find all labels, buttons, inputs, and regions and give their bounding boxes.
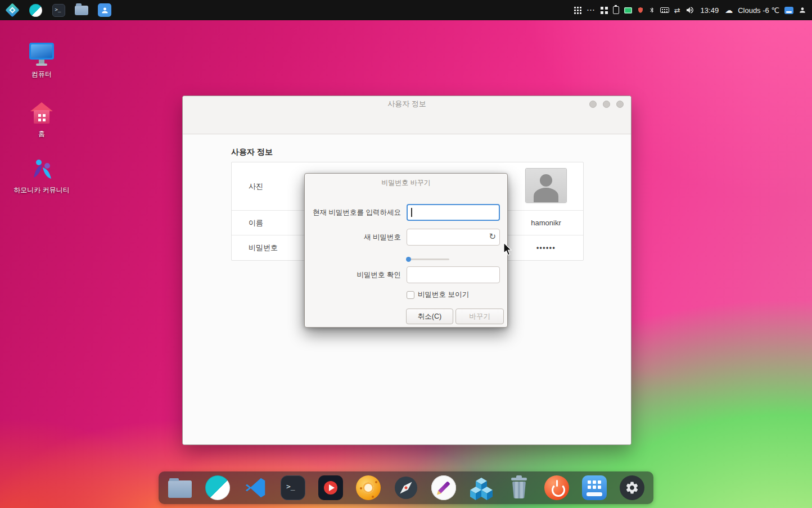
text-caret [411,208,412,217]
vscode-icon [244,477,267,499]
input-switch-icon[interactable]: ⇄ [674,5,680,15]
top-panel: ⋯ ⇄ 13:49 ☁ Clouds -6 ℃ [0,0,812,20]
row-label: 비밀번호 [249,243,278,253]
dock-item-trash[interactable] [506,474,533,501]
dock-item-media-player[interactable] [317,474,344,501]
new-password-input[interactable]: ↻ [407,229,500,246]
mouse-cursor [503,242,513,257]
folder-icon [75,6,88,15]
dock-item-settings[interactable] [619,474,646,501]
dock-item-whale-browser[interactable] [204,474,231,501]
overflow-menu-icon[interactable]: ⋯ [587,5,596,15]
hamonikr-logo-icon [6,3,19,17]
clock[interactable]: 13:49 [700,6,720,15]
packages-icon [469,475,494,500]
user-menu-icon[interactable] [799,5,806,15]
window-tiles-icon[interactable] [601,5,608,15]
maximize-button[interactable] [603,101,610,108]
dock-item-camera[interactable] [355,474,382,501]
trash-icon [509,475,529,500]
camera-icon [356,475,381,500]
volume-icon[interactable] [685,5,694,15]
desktop-icon-label: 홈 [38,129,45,139]
computer-icon [29,43,55,66]
dock-item-notes[interactable] [430,474,457,501]
row-value: •••••• [526,244,566,252]
settings-icon [620,475,644,500]
show-password-option[interactable]: 비밀번호 보이기 [407,290,469,300]
file-manager-icon [168,480,192,498]
clipboard-icon[interactable] [613,5,619,15]
change-button[interactable]: 바꾸기 [455,309,504,324]
show-password-label: 비밀번호 보이기 [418,290,469,300]
confirm-password-input[interactable] [407,266,500,283]
row-label: 사진 [249,182,263,192]
dock [159,471,653,504]
current-password-input[interactable] [407,204,500,221]
password-strength-bar [407,258,449,260]
app-grid-icon[interactable] [574,5,581,15]
whale-browser-icon [205,475,230,500]
close-button[interactable] [616,101,624,108]
home-icon [29,102,55,126]
desktop-wallpaper: ⋯ ⇄ 13:49 ☁ Clouds -6 ℃ [0,0,812,508]
confirm-password-label: 비밀번호 확인 [308,266,401,283]
dock-item-navigator[interactable] [393,474,419,501]
desktop-icon-label: 하모니카 커뮤니티 [13,185,69,195]
terminal-icon [281,475,305,500]
community-logo-icon [28,157,55,182]
desktop-icon-label: 컴퓨터 [31,70,52,79]
bluetooth-icon[interactable] [649,5,655,15]
terminal-launcher[interactable] [51,3,66,17]
terminal-icon [52,4,65,17]
power-icon [544,475,569,500]
window-controls [589,101,624,108]
dock-item-terminal[interactable] [279,474,306,501]
window-title: 사용자 정보 [183,99,631,109]
notes-icon [431,475,456,500]
desktop-icon-home[interactable]: 홈 [13,102,70,139]
file-manager-launcher[interactable] [74,3,89,17]
current-password-label: 현재 비밀번호를 입력하세요 [308,204,401,221]
desktop-icon-community[interactable]: 하모니카 커뮤니티 [13,157,70,195]
dock-item-file-manager[interactable] [166,474,193,501]
user-accounts-launcher[interactable] [97,3,112,17]
weather-cloud-icon: ☁ [725,6,733,15]
dialog-title: 비밀번호 바꾸기 [305,178,507,188]
password-strength-level [406,257,411,262]
user-icon [98,3,111,17]
media-player-icon [318,475,343,500]
row-label: 이름 [249,218,263,228]
panel-launchers [0,3,112,17]
show-password-checkbox[interactable] [407,291,414,299]
desktop-icon-computer[interactable]: 컴퓨터 [13,43,70,79]
system-tray: ⋯ ⇄ 13:49 ☁ Clouds -6 ℃ [574,5,812,15]
dock-item-power[interactable] [543,474,570,501]
page-title: 사용자 정보 [231,147,273,157]
minimize-button[interactable] [589,101,597,108]
launcher-icon [582,475,607,500]
generate-password-icon[interactable]: ↻ [489,232,496,242]
window-titlebar[interactable]: 사용자 정보 [183,96,631,134]
keyboard-icon[interactable] [660,5,669,15]
dock-item-vscode[interactable] [242,474,269,501]
change-password-dialog: 비밀번호 바꾸기 현재 비밀번호를 입력하세요 새 비밀번호 ↻ 비밀번호 확인… [304,173,508,328]
language-indicator-icon[interactable] [784,5,793,15]
whale-browser-launcher[interactable] [28,3,43,17]
row-value [526,169,566,204]
cancel-button[interactable]: 취소(C) [406,309,453,324]
weather-text[interactable]: Clouds -6 ℃ [738,6,779,15]
whale-browser-icon [29,4,42,17]
row-value: hamonikr [526,219,566,227]
hamonikr-menu-button[interactable] [5,3,20,17]
dock-item-packages[interactable] [468,474,495,501]
user-avatar[interactable] [526,169,566,202]
navigator-icon [394,475,418,500]
shield-icon[interactable] [637,5,644,15]
dock-item-launcher[interactable] [581,474,608,501]
new-password-label: 새 비밀번호 [308,229,401,246]
screenshare-icon[interactable] [624,5,632,15]
